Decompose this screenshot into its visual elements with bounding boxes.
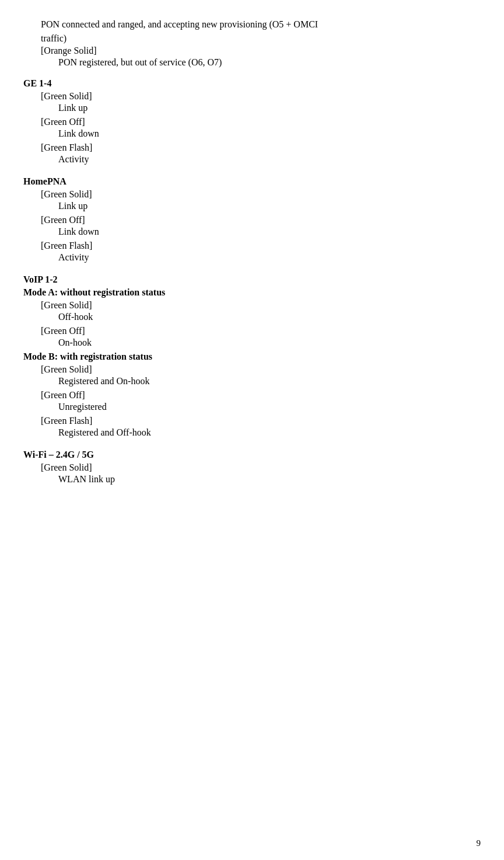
page-content: PON connected and ranged, and accepting … bbox=[23, 12, 481, 485]
ge-green-flash-label: [Green Flash] bbox=[23, 142, 481, 153]
voip-mode-a-green-solid-label: [Green Solid] bbox=[23, 300, 481, 311]
voip-mode-b-green-solid-label: [Green Solid] bbox=[23, 364, 481, 375]
ge-green-solid-label: [Green Solid] bbox=[23, 91, 481, 102]
ge-green-off-label: [Green Off] bbox=[23, 117, 481, 127]
wifi-wlan-link-up: WLAN link up bbox=[23, 474, 481, 485]
voip-mode-a-title: Mode A: without registration status bbox=[23, 287, 481, 298]
voip-title: VoIP 1-2 bbox=[23, 274, 481, 285]
homepna-activity: Activity bbox=[23, 252, 481, 263]
homepna-link-up: Link up bbox=[23, 201, 481, 211]
ge-link-up: Link up bbox=[23, 103, 481, 113]
wifi-green-solid-label: [Green Solid] bbox=[23, 462, 481, 473]
page-number: 9 bbox=[477, 838, 481, 848]
pon-registered-text: PON registered, but out of service (O6, … bbox=[23, 57, 481, 68]
voip-mode-b-green-flash-label: [Green Flash] bbox=[23, 416, 481, 426]
wifi-title: Wi-Fi – 2.4G / 5G bbox=[23, 450, 481, 460]
ge-1-4-title: GE 1-4 bbox=[23, 78, 481, 89]
homepna-link-down: Link down bbox=[23, 227, 481, 237]
ge-link-down: Link down bbox=[23, 128, 481, 139]
voip-mode-b-registered-off-hook: Registered and Off-hook bbox=[23, 427, 481, 438]
homepna-green-solid-label: [Green Solid] bbox=[23, 189, 481, 200]
voip-mode-a-on-hook: On-hook bbox=[23, 337, 481, 348]
voip-mode-a-off-hook: Off-hook bbox=[23, 312, 481, 322]
voip-mode-a-green-off-label: [Green Off] bbox=[23, 326, 481, 336]
ge-activity: Activity bbox=[23, 154, 481, 165]
voip-mode-b-unregistered: Unregistered bbox=[23, 402, 481, 412]
homepna-green-flash-label: [Green Flash] bbox=[23, 241, 481, 251]
section-ge-1-4: GE 1-4 [Green Solid] Link up [Green Off]… bbox=[23, 78, 481, 165]
voip-mode-b-registered-on-hook: Registered and On-hook bbox=[23, 376, 481, 387]
intro-block: PON connected and ranged, and accepting … bbox=[23, 18, 481, 68]
orange-solid-label: [Orange Solid] bbox=[23, 46, 481, 56]
voip-mode-b-green-off-label: [Green Off] bbox=[23, 390, 481, 401]
section-homepna: HomePNA [Green Solid] Link up [Green Off… bbox=[23, 176, 481, 263]
homepna-title: HomePNA bbox=[23, 176, 481, 187]
homepna-green-off-label: [Green Off] bbox=[23, 215, 481, 225]
section-voip-1-2: VoIP 1-2 Mode A: without registration st… bbox=[23, 274, 481, 438]
section-wifi: Wi-Fi – 2.4G / 5G [Green Solid] WLAN lin… bbox=[23, 450, 481, 485]
voip-mode-b-title: Mode B: with registration status bbox=[23, 351, 481, 362]
pon-connected-text: PON connected and ranged, and accepting … bbox=[23, 18, 481, 46]
